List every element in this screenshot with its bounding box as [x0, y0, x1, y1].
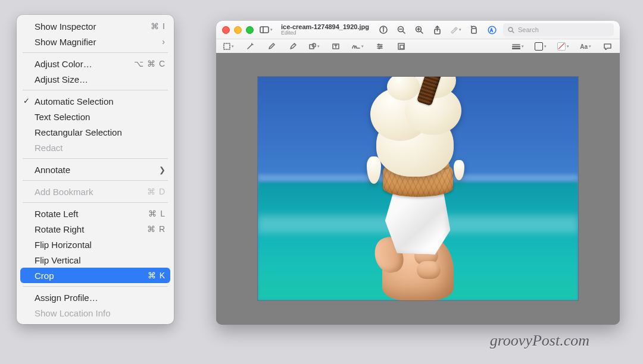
menu-item-show-inspector[interactable]: Show Inspector ⌘ I: [17, 18, 174, 34]
draw-button[interactable]: [286, 40, 299, 52]
search-field[interactable]: Search: [503, 23, 614, 36]
chevron-down-icon: ▾: [567, 44, 569, 49]
menu-label: Show Location Info: [35, 308, 166, 318]
menu-item-show-magnifier[interactable]: Show Magnifier ›: [17, 34, 174, 49]
menu-shortcut: ›: [162, 37, 166, 46]
markup-icon: [488, 26, 497, 34]
highlight-button[interactable]: ▾: [448, 24, 463, 36]
image-content: [258, 77, 578, 300]
sliders-icon: [376, 43, 383, 50]
svg-line-17: [512, 31, 514, 33]
tools-context-menu: Show Inspector ⌘ I Show Magnifier › Adju…: [17, 15, 174, 324]
menu-item-rectangular-selection[interactable]: Rectangular Selection: [17, 124, 174, 140]
info-button[interactable]: [377, 24, 390, 36]
menu-separator: [23, 90, 168, 90]
fill-color-button[interactable]: ▾: [556, 40, 570, 52]
checkmark-icon: ✓: [23, 96, 30, 105]
sidebar-toggle-button[interactable]: ▾: [258, 24, 274, 36]
svg-point-4: [383, 27, 383, 28]
menu-shortcut: ⌘ I: [151, 21, 166, 31]
selection-tool-button[interactable]: ▾: [222, 40, 235, 52]
menu-item-flip-horizontal[interactable]: Flip Horizontal: [17, 237, 174, 252]
text-button[interactable]: [329, 40, 342, 52]
svg-line-6: [403, 32, 405, 34]
svg-rect-0: [260, 27, 269, 33]
pen-icon: [289, 43, 296, 50]
wand-icon: [246, 43, 254, 50]
close-window-button[interactable]: [222, 26, 230, 34]
search-placeholder: Search: [518, 26, 539, 33]
adjust-color-button[interactable]: [373, 40, 386, 52]
svg-rect-35: [400, 45, 404, 49]
menu-shortcut: ⌘ K: [148, 271, 166, 280]
shapes-button[interactable]: ▾: [308, 40, 321, 52]
watermark-text: groovyPost.com: [490, 332, 589, 350]
window-title: ice-cream-1274894_1920.jpg Edited: [281, 24, 372, 36]
chevron-down-icon: ▾: [232, 44, 234, 49]
edited-label: Edited: [281, 30, 372, 36]
preview-window: ▾ ice-cream-1274894_1920.jpg Edited ▾ Se…: [216, 21, 620, 325]
text-style-button[interactable]: Aa▾: [579, 40, 592, 52]
menu-label: Rotate Right: [35, 224, 147, 234]
border-color-button[interactable]: ▾: [533, 40, 548, 52]
menu-shortcut: ⌘ R: [147, 224, 166, 234]
svg-line-19: [248, 45, 252, 49]
svg-point-33: [379, 48, 380, 49]
chevron-down-icon: ▾: [270, 27, 273, 32]
menu-item-crop[interactable]: Crop ⌘ K: [20, 268, 170, 283]
menu-label: Text Selection: [35, 112, 166, 122]
pencil-icon: [268, 43, 275, 50]
menu-item-text-selection[interactable]: Text Selection: [17, 109, 174, 124]
share-icon: [433, 26, 441, 34]
svg-point-31: [378, 44, 379, 45]
zoom-out-button[interactable]: [395, 24, 408, 36]
menu-separator: [23, 52, 168, 53]
chevron-down-icon: ▾: [589, 44, 591, 49]
menu-label: Assign Profile…: [35, 293, 166, 303]
menu-label: Adjust Color…: [35, 59, 134, 69]
menu-label: Redact: [35, 143, 166, 153]
search-icon: [508, 27, 514, 33]
chevron-down-icon: ▾: [361, 44, 364, 49]
menu-item-annotate[interactable]: Annotate ❯: [17, 162, 174, 177]
rotate-icon: [470, 26, 478, 34]
menu-item-assign-profile[interactable]: Assign Profile…: [17, 290, 174, 305]
menu-item-automatic-selection[interactable]: ✓ Automatic Selection: [17, 93, 174, 109]
highlighter-icon: [450, 26, 458, 34]
chevron-down-icon: ▾: [317, 44, 320, 49]
menu-item-rotate-right[interactable]: Rotate Right ⌘ R: [17, 221, 174, 237]
fill-swatch-icon: [557, 42, 566, 51]
icecream-illustration: [364, 77, 472, 177]
stroke-style-button[interactable]: ▾: [511, 40, 525, 52]
menu-item-flip-vertical[interactable]: Flip Vertical: [17, 252, 174, 268]
toolbar-right-group: ▾ Search: [377, 23, 614, 36]
rotate-button[interactable]: [467, 24, 480, 36]
resize-icon: [398, 43, 405, 50]
menu-separator: [23, 180, 168, 181]
menu-shortcut: ⌥ ⌘ C: [134, 59, 166, 68]
menu-item-rotate-left[interactable]: Rotate Left ⌘ L: [17, 206, 174, 221]
chevron-right-icon: ❯: [159, 165, 166, 174]
menu-separator: [23, 286, 168, 287]
sketch-button[interactable]: [265, 40, 278, 52]
zoom-in-button[interactable]: [413, 24, 426, 36]
sidebar-icon: [260, 26, 269, 33]
svg-rect-18: [224, 43, 230, 49]
adjust-size-button[interactable]: [395, 40, 408, 52]
menu-label: Show Inspector: [35, 21, 151, 32]
markup-button[interactable]: [485, 24, 498, 36]
svg-rect-14: [472, 29, 476, 33]
chevron-down-icon: ▾: [544, 44, 547, 49]
zoom-window-button[interactable]: [246, 26, 254, 34]
instant-alpha-button[interactable]: [244, 40, 257, 52]
share-button[interactable]: [430, 24, 444, 36]
menu-item-show-location-info: Show Location Info: [17, 305, 174, 321]
speech-bubble-icon: [604, 43, 611, 50]
annotations-list-button[interactable]: [601, 40, 614, 52]
menu-item-adjust-size[interactable]: Adjust Size…: [17, 71, 174, 87]
image-canvas[interactable]: [216, 53, 620, 325]
sign-button[interactable]: ▾: [351, 40, 365, 52]
menu-label: Crop: [35, 271, 148, 281]
minimize-window-button[interactable]: [234, 26, 242, 34]
menu-item-adjust-color[interactable]: Adjust Color… ⌥ ⌘ C: [17, 56, 174, 71]
